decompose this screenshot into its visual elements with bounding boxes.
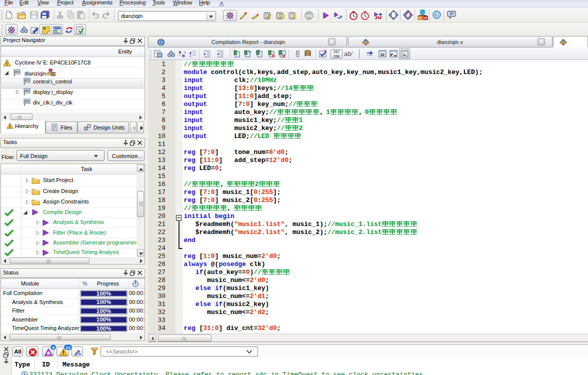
- svg-text:abc: abc: [24, 78, 30, 82]
- svg-text:14: 14: [66, 346, 70, 350]
- svg-text:abc: abc: [14, 70, 20, 74]
- svg-text:abc: abc: [24, 100, 30, 103]
- svg-text:A: A: [178, 50, 182, 54]
- svg-text:abc: abc: [24, 89, 30, 92]
- svg-text:?: ?: [220, 2, 223, 6]
- svg-text:D: D: [280, 15, 282, 18]
- svg-text:?: ?: [435, 12, 438, 18]
- svg-text:5: 5: [52, 346, 54, 350]
- svg-text:STOP: STOP: [306, 14, 313, 18]
- svg-text:B: B: [182, 54, 185, 58]
- svg-text:abc: abc: [362, 40, 370, 45]
- svg-text:abc: abc: [560, 40, 568, 45]
